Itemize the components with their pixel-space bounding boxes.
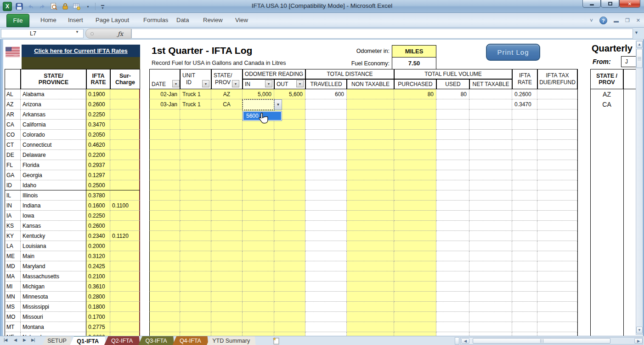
state-row-rate[interactable]: 0.4620: [86, 140, 110, 150]
grid-cell[interactable]: [347, 302, 394, 312]
grid-cell[interactable]: [436, 282, 469, 292]
grid-cell[interactable]: [211, 251, 243, 261]
state-row-code[interactable]: IL: [5, 190, 21, 201]
grid-cell[interactable]: [149, 109, 180, 120]
grid-cell[interactable]: [180, 160, 211, 170]
grid-cell[interactable]: [469, 292, 512, 302]
grid-cell[interactable]: [243, 180, 274, 190]
filter-dropdown-icon[interactable]: ▼: [172, 80, 180, 87]
grid-cell[interactable]: [243, 322, 274, 332]
grid-cell[interactable]: [436, 231, 469, 241]
right-state-row[interactable]: AZ: [590, 89, 623, 99]
grid-cell[interactable]: [512, 211, 537, 221]
grid-cell[interactable]: 5,600: [274, 89, 305, 99]
state-row-name[interactable]: Minnesota: [21, 292, 86, 302]
grid-cell[interactable]: [305, 312, 347, 322]
grid-cell[interactable]: [436, 241, 469, 251]
workbook-close-icon[interactable]: ✕: [636, 17, 640, 23]
grid-cell[interactable]: [347, 180, 394, 190]
grid-cell[interactable]: [469, 150, 512, 160]
grid-cell[interactable]: [305, 221, 347, 231]
grid-cell[interactable]: [347, 201, 394, 211]
state-row-rate[interactable]: 0.1297: [86, 170, 110, 180]
scroll-up-icon[interactable]: ▲: [636, 41, 643, 48]
grid-cell[interactable]: [347, 130, 394, 140]
state-row-code[interactable]: MI: [5, 282, 21, 292]
state-row-rate[interactable]: 0.2340: [86, 231, 110, 241]
grid-cell[interactable]: [436, 201, 469, 211]
grid-cell[interactable]: [469, 201, 512, 211]
grid-cell[interactable]: [394, 150, 436, 160]
grid-cell[interactable]: [305, 201, 347, 211]
state-row-code[interactable]: MS: [5, 302, 21, 312]
grid-cell[interactable]: [512, 282, 537, 292]
grid-cell[interactable]: [469, 180, 512, 190]
grid-cell[interactable]: [347, 241, 394, 251]
grid-cell[interactable]: [394, 292, 436, 302]
grid-cell[interactable]: [436, 130, 469, 140]
state-row-code[interactable]: ME: [5, 251, 21, 261]
grid-cell[interactable]: [180, 231, 211, 241]
grid-cell[interactable]: [180, 150, 211, 160]
state-row-code[interactable]: GA: [5, 170, 21, 180]
state-row-name[interactable]: Idaho: [21, 180, 86, 190]
window-maximize-button[interactable]: [601, 0, 619, 8]
grid-cell[interactable]: [305, 231, 347, 241]
grid-cell[interactable]: [274, 231, 305, 241]
grid-cell[interactable]: [180, 271, 211, 282]
state-row-code[interactable]: ID: [5, 180, 21, 190]
grid-cell[interactable]: [149, 322, 180, 332]
sheet-tab-q1-ifta[interactable]: Q1-IFTA: [70, 336, 106, 345]
grid-cell[interactable]: [469, 251, 512, 261]
grid-cell[interactable]: [243, 201, 274, 211]
grid-cell[interactable]: [436, 271, 469, 282]
grid-cell[interactable]: [537, 302, 577, 312]
grid-cell[interactable]: [537, 282, 577, 292]
state-row-sur[interactable]: [110, 150, 140, 160]
grid-cell[interactable]: [305, 332, 347, 336]
grid-cell[interactable]: [394, 271, 436, 282]
grid-cell[interactable]: [394, 140, 436, 150]
grid-cell[interactable]: [305, 130, 347, 140]
grid-cell[interactable]: [347, 312, 394, 322]
sheet-tab-q2-ifta[interactable]: Q2-IFTA: [104, 336, 140, 345]
state-row-sur[interactable]: [110, 271, 140, 282]
grid-cell[interactable]: [537, 271, 577, 282]
vertical-scrollbar[interactable]: [636, 40, 643, 335]
grid-cell[interactable]: [180, 140, 211, 150]
grid-cell[interactable]: [537, 150, 577, 160]
state-row-code[interactable]: MN: [5, 292, 21, 302]
grid-cell[interactable]: Truck 1: [180, 89, 211, 99]
grid-cell[interactable]: [394, 211, 436, 221]
grid-cell[interactable]: [274, 251, 305, 261]
grid-cell[interactable]: [274, 150, 305, 160]
grid-cell[interactable]: [149, 332, 180, 336]
qat-dropdown-icon[interactable]: ▼: [84, 2, 92, 11]
grid-cell[interactable]: [305, 292, 347, 302]
grid-cell[interactable]: [436, 140, 469, 150]
state-row-rate[interactable]: 0.3120: [86, 251, 110, 261]
grid-cell[interactable]: [149, 130, 180, 140]
grid-cell[interactable]: [243, 271, 274, 282]
ribbon-tab-review[interactable]: Review: [203, 17, 223, 23]
grid-cell[interactable]: [180, 302, 211, 312]
odometer-unit-cell[interactable]: MILES: [392, 45, 436, 58]
grid-cell[interactable]: 03-Jan: [149, 99, 180, 109]
grid-cell[interactable]: [149, 241, 180, 251]
grid-cell[interactable]: [274, 261, 305, 271]
file-tab[interactable]: File: [6, 14, 29, 27]
grid-cell[interactable]: [305, 190, 347, 201]
ribbon-tab-formulas[interactable]: Formulas: [143, 17, 168, 23]
grid-cell[interactable]: [274, 241, 305, 251]
grid-cell[interactable]: [305, 261, 347, 271]
grid-cell[interactable]: [347, 150, 394, 160]
state-row-rate[interactable]: 0.1800: [86, 302, 110, 312]
grid-cell[interactable]: [211, 231, 243, 241]
state-row-name[interactable]: Main: [21, 251, 86, 261]
grid-cell[interactable]: [469, 211, 512, 221]
grid-cell[interactable]: [394, 170, 436, 180]
grid-cell[interactable]: [436, 120, 469, 130]
grid-cell[interactable]: [394, 231, 436, 241]
state-row-code[interactable]: CO: [5, 130, 21, 140]
grid-cell[interactable]: [180, 221, 211, 231]
